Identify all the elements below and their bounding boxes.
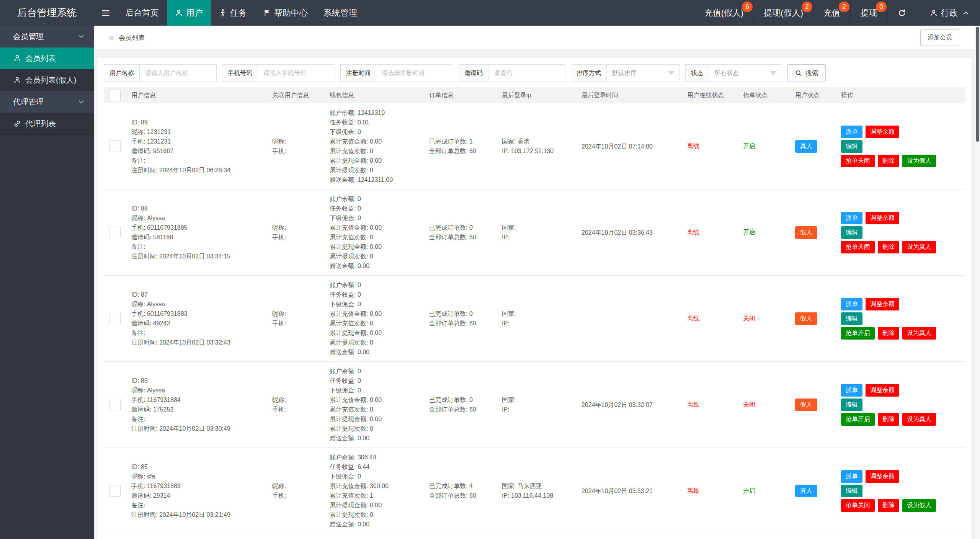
field-ip: IP: 103.116.44.108 — [502, 491, 576, 500]
last-login-time: 2024年10月02日 03:32:07 — [581, 400, 681, 410]
action-button[interactable]: 抢单关闭 — [841, 241, 875, 253]
action-button[interactable]: 设为假人 — [902, 155, 936, 167]
action-button[interactable]: 调整余额 — [866, 298, 899, 310]
filter-input[interactable] — [140, 65, 216, 82]
field-id: ID: 87 — [131, 290, 266, 299]
checkbox-cell — [104, 103, 126, 189]
field-remark: 备注: — [131, 242, 266, 252]
last-login-time: 2024年10月02日 03:36:43 — [581, 228, 681, 237]
user-menu[interactable]: 行政 — [919, 0, 980, 26]
sidebar-item[interactable]: 会员列表(假人) — [0, 69, 94, 91]
field-country: 国家: — [502, 223, 576, 232]
column-header: 订单信息 — [424, 87, 497, 103]
row-checkbox[interactable] — [109, 399, 121, 410]
action-button[interactable]: 设为真人 — [902, 413, 936, 426]
action-button[interactable]: 派单 — [841, 470, 862, 483]
action-button[interactable]: 调整余额 — [866, 212, 899, 224]
field-total_withdraw: 累计提现金额: 0.00 — [330, 156, 423, 165]
action-button[interactable]: 设为真人 — [902, 241, 936, 253]
row-checkbox[interactable] — [109, 227, 121, 238]
select-all-checkbox[interactable] — [109, 90, 121, 101]
nav-item[interactable]: 后台首页 — [118, 0, 167, 26]
action-button[interactable]: 派单 — [841, 384, 862, 397]
refresh-button[interactable] — [887, 0, 919, 26]
shortcut-item[interactable]: 充值2 — [813, 0, 850, 26]
filter-select[interactable]: 默认排序 — [607, 65, 679, 82]
row-checkbox[interactable] — [109, 485, 121, 497]
person-icon — [13, 54, 21, 62]
field-phone: 手机: 601167931885 — [131, 223, 266, 232]
nav-item[interactable]: 用户 — [167, 0, 211, 26]
filter-bar: 用户名称手机号码注册时间邀请码排序方式默认排序状态所有状态 搜索 — [104, 58, 965, 87]
filter-input[interactable] — [376, 65, 453, 82]
action-button[interactable]: 编辑 — [841, 485, 862, 497]
add-member-button[interactable]: 添加会员 — [920, 29, 959, 46]
shortcut-item[interactable]: 提现0 — [850, 0, 887, 26]
sidebar-group[interactable]: 代理管理 — [0, 91, 94, 113]
filter-input[interactable] — [258, 65, 335, 82]
action-button[interactable]: 设为假人 — [902, 499, 936, 512]
field-phone: 手机: 1231231 — [131, 137, 266, 146]
row-checkbox[interactable] — [109, 313, 121, 324]
grab-status-cell: 开启 — [738, 103, 790, 189]
user-type-badge: 假人 — [795, 226, 817, 239]
action-button[interactable]: 派单 — [841, 212, 862, 224]
sidebar-group[interactable]: 会员管理 — [0, 26, 94, 47]
action-button-row: 抢单开启删除设为真人 — [841, 413, 964, 426]
field-phone: 手机: 1167931883 — [131, 481, 266, 491]
action-button[interactable]: 删除 — [878, 155, 899, 167]
field-remark: 备注: — [131, 156, 266, 165]
nav-item[interactable]: 任务 — [211, 0, 255, 26]
filter-input[interactable] — [488, 65, 565, 82]
action-button[interactable]: 删除 — [878, 499, 899, 512]
action-button[interactable]: 删除 — [878, 413, 899, 426]
action-button[interactable]: 调整余额 — [866, 470, 899, 483]
action-button[interactable]: 删除 — [878, 327, 899, 340]
related-user-cell: 昵称: 手机: — [267, 448, 324, 534]
action-button[interactable]: 调整余额 — [866, 384, 899, 397]
scrollbar-thumb[interactable] — [976, 27, 979, 142]
last-login-time: 2024年10月02日 07:14:00 — [581, 142, 681, 151]
action-button[interactable]: 删除 — [878, 241, 899, 253]
hamburger-menu-icon[interactable] — [94, 0, 118, 26]
action-button[interactable]: 派单 — [841, 298, 862, 310]
username: 行政 — [941, 7, 958, 19]
nav-item[interactable]: 系统管理 — [316, 0, 365, 26]
search-button[interactable]: 搜索 — [787, 64, 826, 82]
action-button[interactable]: 抢单关闭 — [841, 499, 875, 512]
sidebar-item[interactable]: 会员列表 — [0, 47, 94, 69]
action-button[interactable]: 编辑 — [841, 312, 862, 325]
grab-status: 开启 — [743, 229, 755, 235]
field-withdraw_count: 累计提现次数: 0 — [330, 165, 423, 175]
actions-cell: 派单调整余额编辑抢单开启删除设为真人 — [836, 276, 965, 362]
last-login-cell: 2024年10月02日 03:32:07 — [576, 362, 682, 448]
field-balance: 账户余额: 306.44 — [330, 452, 423, 462]
field-reg_time: 注册时间: 2024年10月02日 03:34:15 — [131, 252, 266, 261]
field-remark: 备注: — [131, 500, 266, 510]
shortcut-item[interactable]: 提现(假人)2 — [753, 0, 813, 26]
action-button[interactable]: 抢单关闭 — [841, 155, 875, 167]
sidebar-item-label: 代理列表 — [25, 119, 56, 129]
action-button[interactable]: 调整余额 — [866, 126, 899, 138]
action-button-row: 抢单关闭删除设为假人 — [841, 499, 964, 512]
field-withdraw_count: 累计提现次数: 0 — [330, 510, 423, 519]
filter-select[interactable]: 所有状态 — [709, 65, 782, 82]
nav-item[interactable]: 帮助中心 — [255, 0, 316, 26]
action-button[interactable]: 派单 — [841, 126, 862, 138]
field-total_orders: 全部订单总数: 60 — [429, 405, 496, 414]
action-button[interactable]: 编辑 — [841, 140, 862, 153]
field-nickname: 昵称: — [272, 223, 324, 232]
column-header: 钱包信息 — [324, 87, 424, 103]
row-checkbox[interactable] — [109, 140, 121, 152]
nav-item-label: 任务 — [230, 7, 247, 19]
sidebar: 会员管理会员列表会员列表(假人)代理管理代理列表 — [0, 26, 94, 539]
action-button[interactable]: 编辑 — [841, 226, 862, 239]
action-button[interactable]: 编辑 — [841, 399, 862, 411]
table-row: ID: 86昵称: Alyssa手机: 1167931884邀请码: 17525… — [104, 362, 965, 448]
grab-status-cell: 关闭 — [738, 276, 790, 362]
action-button[interactable]: 抢单开启 — [841, 413, 875, 426]
action-button[interactable]: 设为真人 — [902, 327, 936, 340]
shortcut-item[interactable]: 充值(假人)6 — [694, 0, 754, 26]
action-button[interactable]: 抢单开启 — [841, 327, 875, 340]
sidebar-item[interactable]: 代理列表 — [0, 113, 94, 135]
